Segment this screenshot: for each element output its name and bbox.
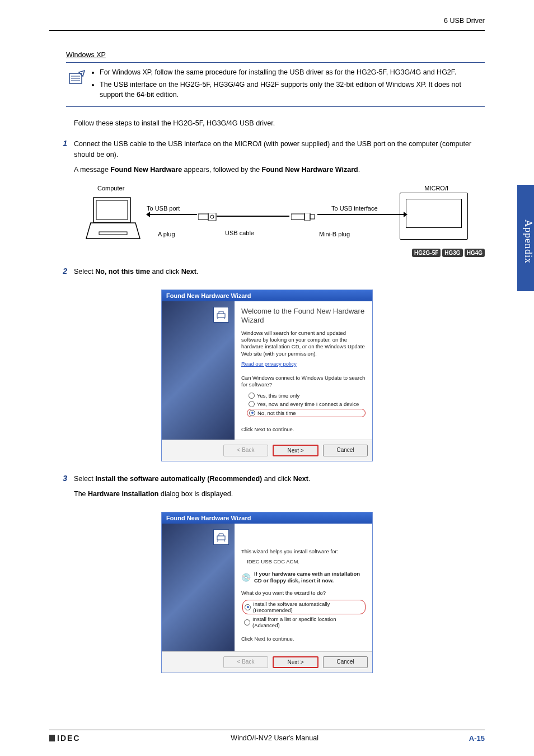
- dia-usbiface-label: To USB interface: [331, 205, 378, 212]
- svg-rect-12: [310, 214, 315, 219]
- svg-rect-8: [208, 213, 216, 221]
- next-button[interactable]: Next >: [273, 656, 318, 668]
- model-tags: HG2G-5F HG3G HG4G: [412, 249, 485, 257]
- radio-icon: [249, 393, 255, 399]
- logo-mark-icon: [49, 735, 55, 741]
- step3-text2: The Hardware Installation dialog box is …: [74, 489, 485, 500]
- svg-rect-10: [291, 214, 305, 220]
- svg-rect-14: [217, 536, 225, 540]
- tag: HG3G: [442, 249, 462, 257]
- step-number: 1: [49, 139, 74, 179]
- step1-text: Connect the USB cable to the USB interfa…: [74, 139, 485, 160]
- step1-message: A message Found New Hardware appears, fo…: [74, 165, 485, 175]
- note-box: For Windows XP, follow the same procedur…: [66, 62, 485, 107]
- svg-rect-4: [93, 198, 130, 222]
- back-button: < Back: [223, 445, 268, 456]
- cd-icon: 💿: [241, 573, 251, 582]
- radio-icon: [249, 410, 255, 416]
- radio-option-yes-always[interactable]: Yes, now and every time I connect a devi…: [247, 400, 366, 408]
- wizard2-helps: This wizard helps you install software f…: [241, 548, 366, 555]
- hardware-icon: [213, 307, 229, 323]
- page-number: A-15: [469, 734, 485, 743]
- cancel-button[interactable]: Cancel: [323, 656, 368, 668]
- wizard2-device: IDEC USB CDC ACM.: [247, 558, 366, 565]
- note-icon: [66, 67, 88, 102]
- dia-microi: [400, 193, 468, 240]
- svg-rect-5: [96, 200, 128, 220]
- dia-arrow-right: [317, 214, 407, 215]
- radio-icon: [244, 619, 250, 626]
- wizard2-question: What do you want the wizard to do?: [241, 590, 366, 596]
- side-tab-appendix: Appendix: [517, 185, 534, 291]
- wizard-question: Can Windows connect to Windows Update to…: [241, 375, 366, 389]
- connection-diagram: Computer To USB port A plug USB cable Mi…: [74, 185, 485, 263]
- dia-microi-label: MICRO/I: [424, 185, 448, 192]
- back-button: < Back: [223, 656, 268, 668]
- dia-bplug: [291, 213, 316, 222]
- wizard-side-graphic: [162, 301, 235, 440]
- radio-icon: [245, 604, 251, 610]
- step-number: 3: [49, 474, 74, 504]
- manual-title: WindO/I-NV2 User's Manual: [231, 734, 318, 742]
- tag: HG4G: [465, 249, 485, 257]
- cd-hint: 💿 If your hardware came with an installa…: [241, 571, 366, 584]
- note-item: The USB interface on the HG2G-5F, HG3G/4…: [100, 80, 485, 100]
- dia-usbport-label: To USB port: [147, 205, 180, 212]
- step3-text: Select Install the software automaticall…: [74, 474, 485, 484]
- wizard-continue: Click Next to continue.: [241, 426, 366, 433]
- svg-point-9: [210, 215, 214, 218]
- wizard2-continue: Click Next to continue.: [241, 636, 366, 642]
- header-rule: [49, 30, 485, 31]
- privacy-link[interactable]: Read our privacy policy: [241, 361, 366, 367]
- tag: HG2G-5F: [412, 249, 441, 257]
- dia-aplug: [198, 213, 217, 222]
- cancel-button[interactable]: Cancel: [323, 445, 368, 456]
- radio-option-advanced[interactable]: Install from a list or specific location…: [242, 615, 366, 629]
- step-number: 2: [49, 267, 74, 282]
- next-button[interactable]: Next >: [273, 445, 318, 456]
- dia-cable: [217, 216, 289, 217]
- page-footer: IDEC WindO/I-NV2 User's Manual A-15: [49, 730, 485, 743]
- header-breadcrumb: 6 USB Driver: [49, 17, 485, 25]
- svg-rect-6: [99, 232, 127, 235]
- note-item: For Windows XP, follow the same procedur…: [100, 67, 485, 77]
- dia-cable-label: USB cable: [225, 230, 254, 236]
- step2-text: Select No, not this time and click Next.: [74, 267, 485, 277]
- brand-logo: IDEC: [49, 734, 80, 743]
- radio-option-yes-once[interactable]: Yes, this time only: [247, 392, 366, 399]
- wizard-desc: Windows will search for current and upda…: [241, 330, 366, 357]
- wizard-side-graphic: [162, 524, 235, 651]
- intro-text: Follow these steps to install the HG2G-5…: [74, 118, 485, 129]
- dia-bplug-label: Mini-B plug: [319, 231, 350, 237]
- svg-rect-11: [305, 213, 310, 221]
- radio-option-auto[interactable]: Install the software automatically (Reco…: [242, 600, 366, 614]
- wizard-dialog-2: Found New Hardware Wizard This wizard he…: [161, 512, 373, 673]
- hardware-icon: [213, 529, 229, 545]
- section-title: Windows XP: [66, 51, 485, 59]
- radio-icon: [249, 401, 255, 407]
- wizard-titlebar: Found New Hardware Wizard: [162, 512, 372, 524]
- svg-rect-7: [198, 214, 208, 220]
- radio-option-no[interactable]: No, not this time: [247, 409, 366, 417]
- wizard-titlebar: Found New Hardware Wizard: [162, 290, 372, 301]
- wizard-dialog-1: Found New Hardware Wizard Welcome to the…: [161, 290, 373, 461]
- dia-computer-label: Computer: [97, 185, 124, 192]
- svg-rect-13: [217, 314, 225, 318]
- dia-computer: [85, 195, 141, 240]
- dia-aplug-label: A plug: [158, 231, 175, 237]
- wizard-heading: Welcome to the Found New Hardware Wizard: [241, 307, 366, 325]
- dia-arrow-left: [147, 214, 197, 215]
